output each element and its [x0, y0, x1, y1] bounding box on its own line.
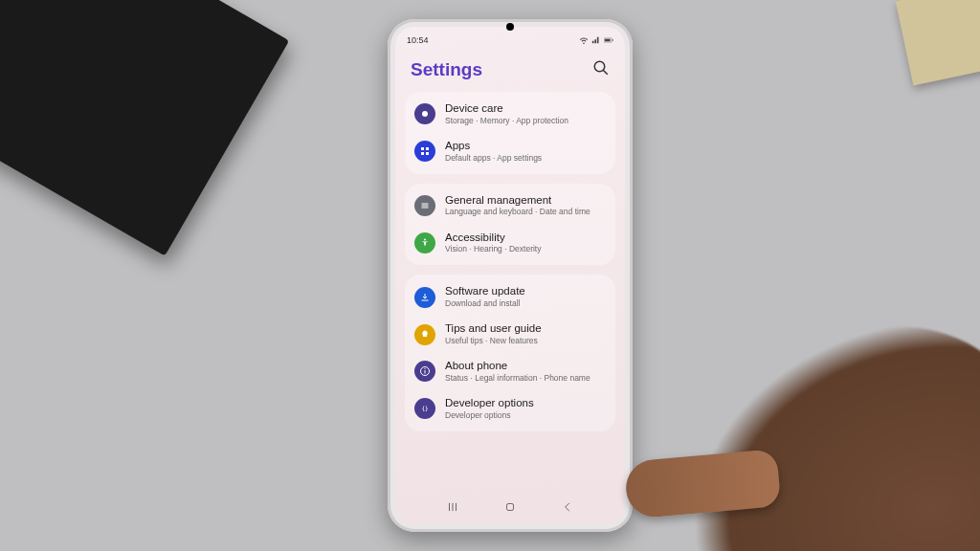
settings-list: Device care Storage · Memory · App prote… — [395, 92, 625, 496]
battery-icon — [604, 35, 613, 45]
svg-line-4 — [603, 70, 608, 75]
svg-rect-2 — [612, 39, 613, 41]
row-sub: Vision · Hearing · Dexterity — [445, 244, 541, 254]
home-icon — [503, 500, 517, 514]
device-care-icon — [414, 103, 435, 124]
row-sub: Status · Legal information · Phone name — [445, 373, 590, 384]
row-about-phone[interactable]: About phone Status · Legal information ·… — [405, 353, 615, 390]
update-icon — [414, 287, 435, 308]
row-sub: Storage · Memory · App protection — [445, 116, 568, 126]
row-accessibility[interactable]: Accessibility Vision · Hearing · Dexteri… — [405, 225, 615, 262]
recents-icon — [446, 500, 459, 514]
svg-rect-12 — [422, 208, 429, 209]
row-title: General management — [445, 194, 590, 208]
row-sub: Download and install — [445, 298, 525, 309]
row-device-care[interactable]: Device care Storage · Memory · App prote… — [405, 96, 615, 133]
row-title: About phone — [445, 360, 590, 373]
row-sub: Developer options — [445, 410, 534, 421]
back-button[interactable] — [561, 500, 574, 518]
scene: Galaxy S25 Ultra 10:54 Settings — [0, 0, 980, 551]
svg-point-5 — [422, 111, 428, 117]
svg-rect-22 — [507, 504, 514, 511]
phone-screen: 10:54 Settings — [395, 27, 625, 524]
row-apps[interactable]: Apps Default apps · App settings — [405, 133, 615, 170]
row-sub: Language and keyboard · Date and time — [445, 207, 590, 217]
svg-rect-11 — [422, 206, 429, 207]
settings-header: Settings — [395, 50, 625, 92]
row-tips[interactable]: Tips and user guide Useful tips · New fe… — [405, 316, 615, 353]
svg-rect-10 — [422, 204, 429, 205]
developer-icon: {} — [414, 398, 435, 419]
status-icons — [579, 35, 613, 45]
row-title: Developer options — [445, 397, 534, 410]
row-title: Tips and user guide — [445, 322, 542, 336]
settings-group: General management Language and keyboard… — [405, 184, 615, 266]
svg-rect-1 — [605, 39, 611, 42]
recents-button[interactable] — [446, 500, 459, 518]
svg-rect-9 — [426, 152, 429, 155]
svg-rect-6 — [421, 147, 424, 150]
svg-rect-8 — [421, 152, 424, 155]
row-software-update[interactable]: Software update Download and install — [405, 278, 615, 316]
row-title: Accessibility — [445, 231, 541, 245]
svg-point-3 — [594, 61, 605, 72]
svg-rect-14 — [422, 299, 429, 300]
svg-rect-16 — [425, 370, 426, 374]
accessibility-icon — [414, 232, 435, 253]
svg-rect-7 — [426, 147, 429, 150]
signal-icon — [591, 35, 601, 45]
row-title: Software update — [445, 285, 525, 298]
tips-icon — [414, 324, 435, 345]
svg-rect-17 — [425, 368, 426, 369]
home-button[interactable] — [503, 500, 517, 518]
row-title: Apps — [445, 140, 542, 153]
product-box: Galaxy S25 Ultra — [0, 0, 289, 256]
svg-point-13 — [424, 238, 426, 240]
svg-text:{}: {} — [421, 405, 428, 411]
row-developer-options[interactable]: {} Developer options Developer options — [405, 390, 615, 428]
row-sub: Default apps · App settings — [445, 153, 542, 164]
about-icon — [414, 361, 435, 382]
status-time: 10:54 — [407, 35, 429, 45]
apps-icon — [414, 141, 435, 162]
row-title: Device care — [445, 102, 568, 116]
navigation-bar — [395, 496, 625, 524]
page-title: Settings — [411, 59, 482, 80]
front-camera — [506, 23, 514, 31]
search-button[interactable] — [592, 59, 610, 80]
phone-frame: 10:54 Settings — [388, 19, 633, 532]
settings-group: Software update Download and install Tip… — [405, 275, 615, 430]
wooden-block — [896, 0, 980, 85]
hand — [662, 305, 980, 551]
settings-group: Device care Storage · Memory · App prote… — [405, 92, 615, 174]
row-sub: Useful tips · New features — [445, 336, 542, 346]
back-icon — [561, 500, 574, 514]
general-icon — [414, 195, 435, 216]
wifi-icon — [579, 35, 589, 45]
search-icon — [592, 59, 610, 77]
row-general-management[interactable]: General management Language and keyboard… — [405, 187, 615, 225]
box-label: Galaxy S25 Ultra — [0, 0, 70, 3]
